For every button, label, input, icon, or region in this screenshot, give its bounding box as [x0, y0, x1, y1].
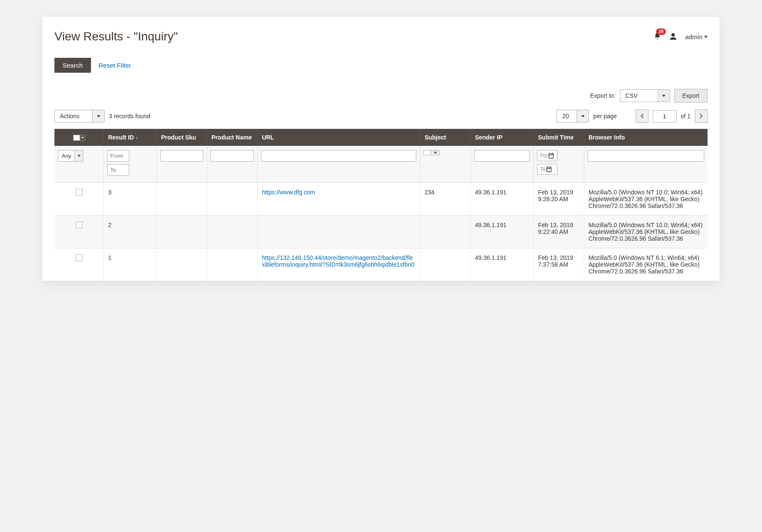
filter-row: Any — [54, 146, 708, 183]
filter-date-to[interactable]: To — [537, 164, 557, 175]
col-result-id[interactable]: Result ID↑ — [104, 129, 157, 146]
chevron-right-icon — [699, 114, 703, 119]
calendar-icon — [546, 166, 552, 173]
filter-product-name[interactable] — [210, 150, 254, 162]
cell-time: Feb 13, 2019 9:28:20 AM — [534, 183, 584, 216]
cell-url-link[interactable]: https://132.148.150.44/store/demo/magent… — [262, 254, 415, 268]
col-subject[interactable]: Subject — [420, 129, 471, 146]
cell-browser: Mozilla/5.0 (Windows NT 10.0; Win64; x64… — [584, 183, 708, 216]
row-checkbox[interactable] — [76, 254, 82, 261]
cell-subject — [420, 216, 471, 248]
admin-menu[interactable]: admin — [685, 33, 708, 40]
col-product-name[interactable]: Product Name — [207, 129, 258, 146]
cell-sku — [156, 183, 207, 216]
row-checkbox[interactable] — [76, 222, 82, 228]
cell-sku — [156, 216, 207, 248]
chevron-down-icon[interactable] — [431, 150, 440, 155]
cell-pname — [207, 183, 258, 216]
results-table: Result ID↑ Product Sku Product Name URL … — [54, 129, 708, 281]
cell-ip: 49.36.1.191 — [471, 248, 534, 281]
col-checkbox-header[interactable] — [54, 129, 104, 146]
filter-id-to[interactable] — [107, 164, 129, 176]
cell-pname — [207, 216, 258, 248]
admin-panel: View Results - "Inquiry" 29 admin Search… — [43, 17, 719, 281]
page-size-select[interactable]: 20 — [557, 110, 589, 122]
col-product-sku[interactable]: Product Sku — [156, 129, 207, 146]
col-url[interactable]: URL — [257, 129, 420, 146]
actions-select[interactable]: Actions — [54, 110, 105, 122]
sort-asc-icon: ↑ — [136, 135, 138, 140]
admin-label: admin — [685, 33, 702, 40]
export-to-label: Export to: — [590, 92, 616, 99]
chevron-down-icon[interactable] — [658, 89, 670, 102]
cell-subject — [420, 248, 471, 281]
total-pages-label: of 1 — [681, 113, 691, 119]
cell-time: Feb 13, 2019 7:37:58 AM — [534, 248, 584, 281]
table-row[interactable]: 1 https://132.148.150.44/store/demo/mage… — [54, 248, 708, 281]
per-page-label: per page — [593, 113, 617, 119]
next-page-button[interactable] — [695, 109, 708, 123]
cell-browser: Mozilla/5.0 (Windows NT 10.0; Win64; x64… — [584, 216, 708, 248]
export-format-select[interactable]: CSV — [620, 89, 670, 102]
table-row[interactable]: 3 https://www.dfg.com 234 49.36.1.191 Fe… — [54, 183, 708, 216]
current-page-input[interactable] — [653, 110, 677, 122]
export-button[interactable]: Export — [674, 89, 708, 102]
calendar-icon — [548, 152, 554, 159]
user-icon[interactable] — [669, 32, 677, 41]
actions-value: Actions — [54, 110, 93, 122]
col-browser-info[interactable]: Browser Info — [584, 129, 708, 146]
row-checkbox[interactable] — [76, 189, 82, 196]
table-row[interactable]: 2 49.36.1.191 Feb 13, 2019 9:22:40 AM Mo… — [54, 216, 708, 248]
chevron-down-icon[interactable] — [577, 110, 589, 122]
cell-browser: Mozilla/5.0 (Windows NT 6.1; Win64; x64)… — [584, 248, 708, 281]
cell-time: Feb 13, 2019 9:22:40 AM — [534, 216, 584, 248]
col-submit-time[interactable]: Submit Time — [534, 129, 584, 146]
chevron-left-icon — [640, 114, 644, 119]
search-button[interactable]: Search — [54, 58, 91, 73]
page-title: View Results - "Inquiry" — [54, 30, 178, 43]
reset-filter-link[interactable]: Reset Filter — [99, 62, 131, 69]
cell-id: 3 — [104, 183, 157, 216]
chevron-down-icon[interactable] — [93, 110, 105, 122]
filter-browser[interactable] — [588, 150, 704, 162]
notifications[interactable]: 29 — [654, 32, 661, 42]
page-size-value: 20 — [557, 110, 577, 122]
export-format-value: CSV — [620, 89, 658, 102]
chevron-down-icon[interactable] — [75, 150, 83, 162]
notification-badge: 29 — [656, 28, 666, 35]
caret-down-icon — [704, 36, 708, 38]
prev-page-button[interactable] — [636, 109, 648, 123]
cell-url-link[interactable]: https://www.dfg.com — [262, 189, 315, 196]
cell-id: 1 — [104, 248, 157, 281]
records-found-label: 3 records found — [109, 113, 150, 119]
filter-sku[interactable] — [160, 150, 204, 162]
filter-url[interactable] — [261, 150, 417, 162]
cell-sku — [156, 248, 207, 281]
cell-id: 2 — [104, 216, 157, 248]
filter-ip[interactable] — [474, 150, 530, 162]
cell-ip: 49.36.1.191 — [471, 216, 534, 248]
cell-pname — [207, 248, 258, 281]
filter-any-select[interactable]: Any — [58, 150, 100, 162]
cell-ip: 49.36.1.191 — [471, 183, 534, 216]
filter-id-from[interactable] — [107, 150, 129, 162]
filter-date-from[interactable]: Fro — [537, 150, 557, 161]
cell-subject: 234 — [420, 183, 471, 216]
filter-subject-select[interactable] — [424, 150, 467, 155]
col-sender-ip[interactable]: Sender IP — [471, 129, 534, 146]
